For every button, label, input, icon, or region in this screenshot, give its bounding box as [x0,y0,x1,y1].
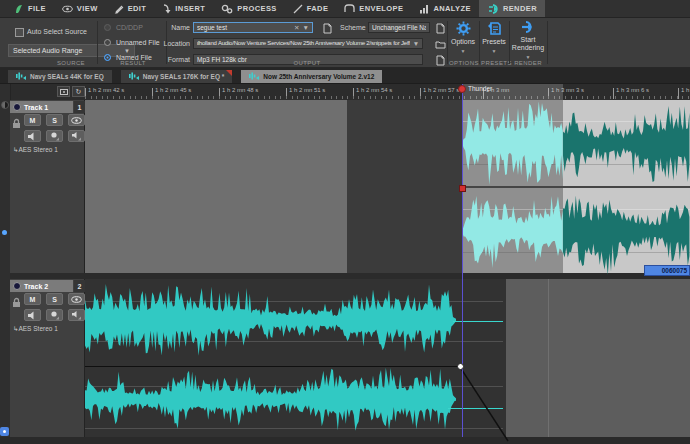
edit-cursor[interactable] [462,84,463,437]
ruler-minor-tick [342,96,343,99]
volume-envelope-line[interactable] [85,366,460,367]
track2-waveform-lane2[interactable] [85,362,456,436]
chevron-down-icon[interactable]: ▼ [303,23,309,32]
track1-selected-empty-region[interactable] [85,100,347,273]
start-rendering-icon [520,20,536,36]
record-button[interactable] [46,309,63,321]
chevron-down-icon[interactable]: ▼ [413,39,419,48]
divider [97,21,98,64]
ruler-minor-tick [437,96,438,99]
radio-cd-ddp: CD/DDP [104,24,143,31]
track1-waveform-tail-lane2[interactable] [563,186,690,276]
options-section-label: OPTIONS [449,60,477,66]
scheme-page-icon[interactable] [433,22,447,34]
ruler-minor-tick [85,96,86,99]
menu-item-edit[interactable]: EDIT [106,0,155,17]
ruler-minor-tick [319,96,320,99]
menu-item-view[interactable]: VIEW [54,0,106,17]
ruler-minor-tick [96,96,97,99]
chevron-down-icon: ▼ [461,47,466,55]
strip-blue-dot-icon[interactable] [2,230,7,235]
mute-button[interactable]: M [24,114,41,126]
marker-icon[interactable] [458,85,466,93]
ruler-minor-tick [308,96,309,99]
ruler-label: 1 h 2 mn 54 s [356,87,392,93]
strip-output-icon[interactable] [0,427,9,436]
lock-icon[interactable] [12,115,21,133]
track-color-icon[interactable] [13,103,21,111]
envelope-icon [344,4,355,13]
eye-button[interactable] [68,293,85,305]
track2-title-bar[interactable]: Track 2 [10,280,73,292]
track2-waveform-lane1[interactable] [85,282,456,358]
fade-out-envelope[interactable] [455,360,515,444]
ruler-minor-tick [102,96,103,99]
options-button[interactable]: Options ▼ [449,21,477,55]
radio-unnamed-file[interactable]: Unnamed File [104,39,160,46]
track1-waveform-selected-lane1[interactable] [462,100,563,186]
ruler-minor-tick [364,96,365,99]
monitor-button[interactable] [24,130,41,142]
solo-button[interactable]: S [46,293,63,305]
document-tab-navy-seals-44k-for-eq[interactable]: Navy SEALs 44K for EQ [8,70,112,83]
menu-item-envelope[interactable]: ENVELOPE [336,0,411,17]
monitor-button[interactable] [24,309,41,321]
output-button[interactable] [68,309,85,321]
ruler-minor-tick [370,96,371,99]
track1-empty-region[interactable] [347,100,462,273]
solo-button[interactable]: S [46,114,63,126]
track2-header[interactable]: Track 2 2 M S ↳AES Stereo 1 [10,279,85,437]
track1-strip-icon[interactable] [1,101,9,109]
track-title: Track 1 [24,104,48,111]
ruler-minor-tick [331,96,332,99]
ruler-minor-tick [375,96,376,99]
cursor-handle[interactable] [459,185,466,192]
track-route-label[interactable]: ↳AES Stereo 1 [13,325,58,333]
envelope-zero-line[interactable] [453,321,503,322]
record-icon [50,310,60,320]
scheme-input[interactable]: Unchanged File Name [368,22,430,33]
ruler-minor-tick [219,96,220,99]
menu-item-analyze[interactable]: ANALYZE [411,0,479,17]
menu-item-process[interactable]: PROCESS [213,0,284,17]
auto-select-source-checkbox[interactable] [15,28,24,37]
presets-button[interactable]: Presets ▼ [481,21,507,55]
file-icon [14,4,24,14]
menu-item-file[interactable]: FILE [6,0,54,17]
track1-title-bar[interactable]: Track 1 [10,101,73,113]
track1-waveform-tail-lane1[interactable] [563,99,690,187]
ruler-minor-tick [425,96,426,99]
record-button[interactable] [46,130,63,142]
clear-icon[interactable]: ✕ [294,23,299,32]
ruler-minor-tick [442,96,443,99]
document-tab-now-25th-anniversary-volume-2-v12[interactable]: Now 25th Anniversary Volume 2.v12 [241,70,382,83]
ruler-display-mode-icon[interactable] [57,86,70,97]
lock-icon[interactable] [12,294,21,312]
ruler-loop-icon[interactable]: ↻ [72,86,85,97]
menu-item-insert[interactable]: INSERT [154,0,213,17]
track-route-label[interactable]: ↳AES Stereo 1 [13,146,58,154]
location-input[interactable]: chwartz/Mulholland Audio/Now Venture Ser… [193,38,423,49]
document-tab-navy-seals-176k-for-eq[interactable]: Navy SEALs 176K for EQ * [121,70,233,83]
view-icon [62,5,73,13]
gridline [548,279,549,437]
envelope-node[interactable] [457,363,464,370]
output-button[interactable] [68,130,85,142]
menu-item-fade[interactable]: FADE [285,0,337,17]
track-number: 1 [74,101,85,113]
location-folder-icon[interactable] [433,38,447,50]
track1-waveform-selected-lane2[interactable] [462,188,563,274]
menu-item-render[interactable]: RENDER [479,0,545,17]
name-preset-page-icon[interactable] [320,22,334,34]
ruler-minor-tick [252,96,253,99]
start-rendering-button[interactable]: Start Rendering ▼ [511,20,545,61]
name-input[interactable]: segue test ✕ ▼ [193,22,313,33]
ruler-minor-tick [269,96,270,99]
mute-button[interactable]: M [24,293,41,305]
eye-button[interactable] [68,114,85,126]
track-color-icon[interactable] [13,282,21,290]
track1-header[interactable]: Track 1 1 M S ↳AES Stereo 1 [10,100,85,273]
ruler-minor-tick [247,96,248,99]
track2-selected-empty-region[interactable] [506,279,690,437]
divider [479,21,480,64]
